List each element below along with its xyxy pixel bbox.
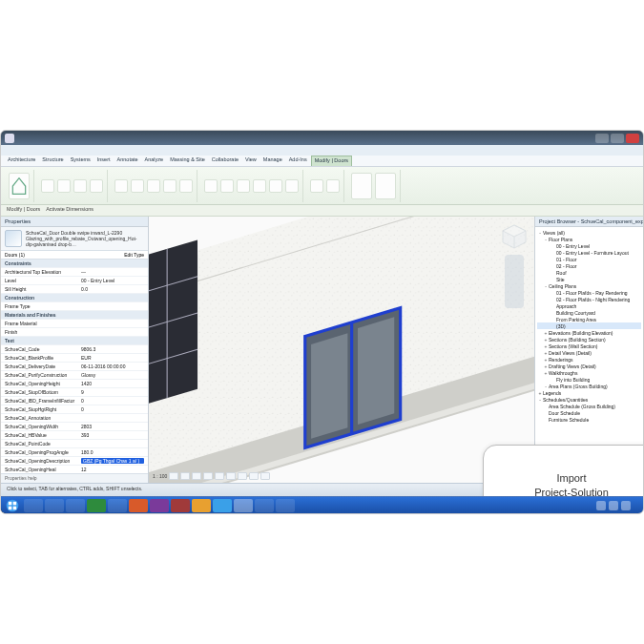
minimize-button[interactable]: [595, 134, 609, 143]
tray-icon[interactable]: [621, 501, 631, 510]
taskbar-item-onenote[interactable]: [150, 499, 169, 512]
property-row[interactable]: SchueCal_Code9806.3: [1, 345, 148, 354]
tree-node[interactable]: Approach: [537, 302, 641, 309]
property-value[interactable]: 00 - Entry Level: [81, 278, 144, 283]
tree-node[interactable]: +Renderings: [537, 356, 641, 363]
property-row[interactable]: SchueCal_PointCode: [1, 440, 148, 448]
project-browser-panel[interactable]: Project Browser - SchueCal_component_exp…: [534, 217, 643, 483]
windows-taskbar[interactable]: [1, 496, 643, 513]
property-value[interactable]: 393: [81, 432, 144, 438]
property-row[interactable]: SchueCal_OpeningDescriptionGBZ (Pg Thgal…: [1, 457, 148, 466]
tree-node[interactable]: (3D): [537, 322, 641, 329]
tree-node[interactable]: Area Schedule (Gross Building): [537, 403, 641, 409]
ribbon[interactable]: [1, 167, 643, 205]
property-row[interactable]: Sill Height0.0: [1, 285, 148, 294]
property-value[interactable]: 9806.3: [81, 346, 144, 352]
tree-node[interactable]: +Elevations (Building Elevation): [537, 329, 641, 336]
start-button[interactable]: [3, 499, 22, 512]
property-row[interactable]: SchueCal_PurifyConstructionGlossy: [1, 371, 148, 380]
pick-host-button[interactable]: [375, 173, 396, 199]
type-selector[interactable]: SchueCal_Door Double swipe inward_L-2290…: [1, 227, 148, 251]
instance-selector[interactable]: Doors (1): [5, 252, 25, 258]
ribbon-tab[interactable]: Analyze: [142, 156, 167, 166]
properties-panel[interactable]: Properties SchueCal_Door Double swipe in…: [1, 217, 149, 483]
view-cube[interactable]: [500, 222, 529, 251]
3d-viewport[interactable]: 1 : 100: [149, 217, 534, 483]
property-row[interactable]: SchueCal_StopOfBottom9: [1, 388, 148, 397]
property-value[interactable]: GBZ (Pg Thgal Chas 1 a/ ): [81, 458, 144, 464]
property-group-header[interactable]: Materials and Finishes: [1, 311, 148, 320]
shadows-icon[interactable]: [203, 472, 213, 480]
tree-node[interactable]: 01 - Floor Plafds - Ray Rendering: [537, 289, 641, 296]
align-button[interactable]: [179, 179, 193, 193]
move-button[interactable]: [204, 179, 218, 193]
ribbon-tab[interactable]: Annotate: [114, 156, 141, 166]
tree-node[interactable]: +Detail Views (Detail): [537, 349, 641, 356]
tree-node[interactable]: +Sections (Building Section): [537, 336, 641, 343]
property-row[interactable]: SchueCal_Annotation: [1, 414, 148, 423]
tree-node[interactable]: Furniture Schedule: [537, 416, 641, 423]
taskbar-item-revit[interactable]: [234, 499, 253, 512]
property-row[interactable]: SchueCal_OpeningProgAngle180.0: [1, 448, 148, 457]
crop-region-icon[interactable]: [226, 472, 236, 480]
ribbon-tab[interactable]: Insert: [94, 156, 114, 166]
maximize-button[interactable]: [611, 134, 624, 143]
property-value[interactable]: [81, 303, 144, 309]
match-button[interactable]: [90, 179, 103, 193]
quick-access-toolbar[interactable]: [1, 145, 643, 156]
mirror-button[interactable]: [237, 179, 250, 193]
property-row[interactable]: SchueCal_BlankProfileEUR: [1, 354, 148, 363]
property-row[interactable]: SchueCal_StopHgtRight0: [1, 405, 148, 414]
tree-node[interactable]: Site: [537, 276, 641, 282]
taskbar-item-app2[interactable]: [276, 499, 295, 512]
tree-node[interactable]: -Floor Plans: [537, 236, 641, 242]
modify-tool-button[interactable]: [9, 173, 30, 199]
detail-level-icon[interactable]: [169, 472, 178, 480]
edit-type-button[interactable]: Edit Type: [124, 252, 144, 258]
taskbar-item-msg[interactable]: [192, 499, 211, 512]
property-value[interactable]: 2803: [81, 424, 144, 429]
property-value[interactable]: 0: [81, 398, 144, 404]
ribbon-tab[interactable]: Add-Ins: [286, 156, 310, 166]
tray-icon[interactable]: [609, 501, 618, 510]
property-value[interactable]: 0.0: [81, 286, 144, 292]
tree-node[interactable]: -Ceiling Plans: [537, 282, 641, 289]
navigation-bar[interactable]: [505, 255, 524, 308]
property-row[interactable]: Level00 - Entry Level: [1, 277, 148, 285]
system-tray[interactable]: [596, 501, 641, 510]
property-value[interactable]: [81, 329, 144, 335]
paste-button[interactable]: [41, 179, 54, 193]
close-button[interactable]: [626, 134, 639, 143]
property-row[interactable]: Frame Type: [1, 302, 148, 311]
measure-button[interactable]: [310, 179, 323, 193]
property-value[interactable]: [81, 321, 144, 326]
crop-view-icon[interactable]: [215, 472, 224, 480]
ribbon-tabs[interactable]: ArchitectureStructureSystemsInsertAnnota…: [1, 156, 643, 167]
property-value[interactable]: 0: [81, 406, 144, 412]
property-value[interactable]: [81, 415, 144, 421]
scale-button[interactable]: [269, 179, 282, 193]
properties-help[interactable]: Properties help: [1, 473, 148, 483]
tree-node[interactable]: 02 - Floor Plafds - Night Rendering: [537, 296, 641, 302]
cut-button[interactable]: [57, 179, 71, 193]
lock-3d-icon[interactable]: [238, 472, 247, 480]
property-row[interactable]: SchueCal_DeliveryDate06-11-2016 00:00:00: [1, 363, 148, 371]
array-button[interactable]: [253, 179, 266, 193]
tree-node[interactable]: -Area Plans (Gross Building): [537, 383, 641, 389]
view-scale[interactable]: 1 : 100: [153, 473, 167, 479]
property-grid[interactable]: ConstraintsArchitectural Top Elevation—L…: [1, 260, 148, 473]
property-group-header[interactable]: Text: [1, 337, 148, 345]
property-row[interactable]: SchueCal_HBValue393: [1, 431, 148, 440]
ribbon-tab[interactable]: Structure: [39, 156, 66, 166]
property-value[interactable]: 06-11-2016 00:00:00: [81, 364, 144, 369]
tree-node[interactable]: Building Courtyard: [537, 309, 641, 316]
property-value[interactable]: —: [81, 269, 144, 275]
taskbar-item-word[interactable]: [108, 499, 127, 512]
tree-node[interactable]: -Schedules/Quantities: [537, 396, 641, 403]
sun-path-icon[interactable]: [192, 472, 201, 480]
property-group-header[interactable]: Constraints: [1, 260, 148, 268]
property-row[interactable]: SchueCal_OpeningHeight1420: [1, 380, 148, 388]
property-row[interactable]: Architectural Top Elevation—: [1, 268, 148, 277]
temp-hide-icon[interactable]: [249, 472, 259, 480]
tree-node[interactable]: 00 - Entry Level: [537, 242, 641, 249]
